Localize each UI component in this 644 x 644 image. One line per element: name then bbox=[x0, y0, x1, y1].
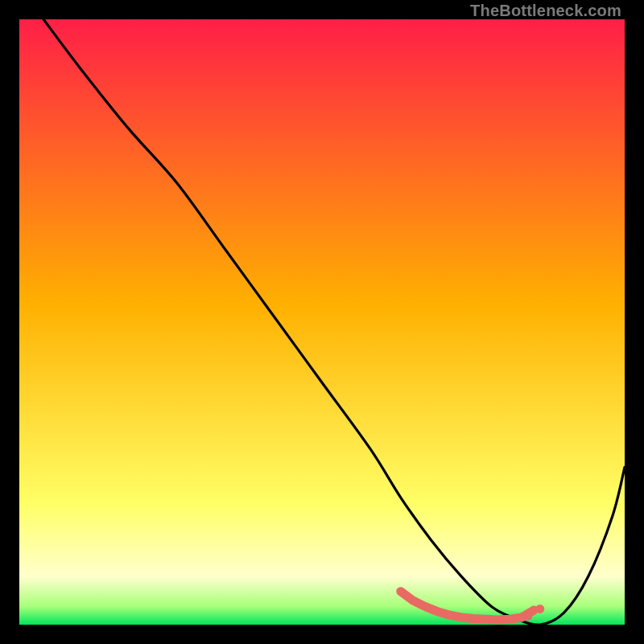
chart-frame bbox=[19, 19, 625, 625]
bottleneck-chart bbox=[19, 19, 625, 625]
attribution-text: TheBottleneck.com bbox=[470, 2, 621, 20]
highlight-dot bbox=[523, 612, 532, 621]
chart-background bbox=[19, 19, 625, 625]
highlight-dot bbox=[535, 605, 544, 613]
